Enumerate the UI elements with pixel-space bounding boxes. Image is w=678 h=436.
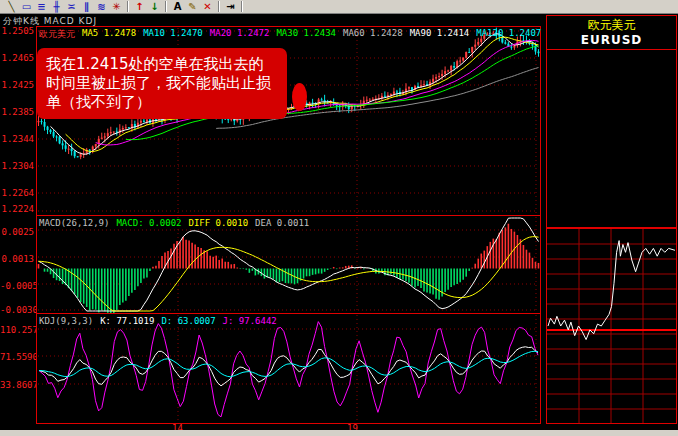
gann-grid-tool-icon[interactable]: ≍	[64, 1, 79, 13]
kdj-chart[interactable]	[37, 313, 540, 423]
wave-tool-icon[interactable]: ≋	[94, 1, 109, 13]
axis-tick-label: 1.2465	[0, 53, 34, 63]
tick-chart-panel[interactable]	[546, 228, 677, 424]
trading-app-window: ╲▭≡╫≍∥≋✳↑↓A✎✕⇥ 分钟K线 MACD KDJ 1.25051.246…	[0, 0, 678, 436]
axis-tick-label: 110.2573	[0, 325, 34, 335]
quote-panel: 欧元美元 EURUSD	[546, 15, 677, 228]
axis-tick-label: 1.2264	[0, 188, 34, 198]
cycle-lines-tool-icon[interactable]: ╫	[49, 1, 64, 13]
delete-tool-icon[interactable]: ✕	[200, 1, 215, 13]
annotation-marker-icon	[292, 83, 307, 111]
brush-tool-icon[interactable]: ✎	[185, 1, 200, 13]
axis-tick-label: -0.0005	[0, 281, 34, 291]
trendline-tool-icon[interactable]: ╲	[4, 1, 19, 13]
toolbar-separator	[165, 1, 167, 12]
toolbar-separator	[127, 1, 129, 12]
axis-tick-label: 1.2385	[0, 107, 34, 117]
toolbar-separator	[241, 1, 243, 12]
axis-tick-label: 1.2344	[0, 134, 34, 144]
quote-symbol-cn: 欧元美元	[547, 16, 676, 33]
status-bar	[0, 430, 678, 436]
toolbar: ╲▭≡╫≍∥≋✳↑↓A✎✕⇥	[0, 0, 678, 14]
buy-arrow-icon[interactable]: ↑	[132, 1, 147, 13]
axis-tick-label: -0.0030	[0, 305, 34, 315]
axis-tick-label: 1.2224	[0, 204, 34, 214]
parallel-lines-tool-icon[interactable]: ≡	[34, 1, 49, 13]
quote-symbol-en: EURUSD	[547, 33, 676, 49]
fan-lines-tool-icon[interactable]: ✳	[109, 1, 124, 13]
axis-tick-label: 71.5590	[0, 352, 34, 362]
axis-tick-label: 0.0025	[0, 227, 34, 237]
quote-rows	[547, 50, 676, 227]
sell-arrow-icon[interactable]: ↓	[147, 1, 162, 13]
pointer-tool-icon[interactable]: ⇥	[223, 1, 238, 13]
axis-tick-label: 1.2304	[0, 161, 34, 171]
axis-tick-label: 1.2425	[0, 80, 34, 90]
axis-tick-label: 33.8607	[0, 380, 34, 390]
channel-tool-icon[interactable]: ∥	[79, 1, 94, 13]
macd-chart[interactable]	[37, 215, 540, 313]
text-tool-icon[interactable]: A	[170, 1, 185, 13]
toolbar-separator	[218, 1, 220, 12]
axis-tick-label: 0.0013	[0, 254, 34, 264]
axis-tick-label: 1.2505	[0, 26, 34, 36]
annotation-note[interactable]: 我在1.2415处的空单在我出去的时间里被止损了，我不能贴出止损单（找不到了）	[37, 48, 287, 119]
rectangle-tool-icon[interactable]: ▭	[19, 1, 34, 13]
